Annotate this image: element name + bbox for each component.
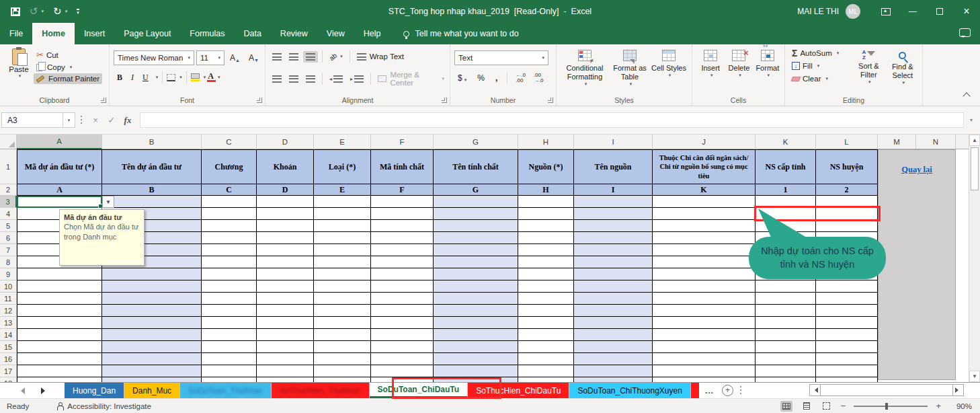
cell-I7[interactable] [574,244,653,256]
cell-I3[interactable] [574,196,653,208]
cell-D2[interactable]: D [257,184,314,196]
cell-I13[interactable] [574,317,653,329]
column-header-k[interactable]: K [756,135,816,149]
cell-E5[interactable] [314,220,371,232]
tabbar-splitter[interactable] [740,386,741,396]
row-header-1[interactable]: 1 [0,149,17,184]
cancel-entry-icon[interactable]: × [87,115,104,125]
column-header-f[interactable]: F [371,135,434,149]
cell-H11[interactable] [518,293,574,305]
ribbon-tab-insert[interactable]: Insert [75,23,114,44]
cell-B16[interactable] [102,353,202,365]
align-left-button[interactable] [270,73,284,85]
cell-F14[interactable] [371,329,434,341]
cell-K13[interactable] [756,317,816,329]
back-link[interactable]: Quay lại [879,165,955,175]
cell-H6[interactable] [518,232,574,244]
cell-A10[interactable] [17,280,102,293]
delete-cells-button[interactable]: Delete▾ [725,48,753,95]
cell-I1[interactable]: Tên nguồn [574,149,653,184]
cell-F3[interactable] [371,196,434,208]
cell-D4[interactable] [257,208,314,220]
cell-C16[interactable] [202,353,257,365]
cell-F1[interactable]: Mã tính chất [371,149,434,184]
row-header-3[interactable]: 3 [0,196,17,208]
cell-B2[interactable]: B [102,184,202,196]
cell-C7[interactable] [202,244,257,256]
cell-K2[interactable]: 1 [756,184,816,196]
cell-F13[interactable] [371,317,434,329]
cell-H14[interactable] [518,329,574,341]
font-dialog-launcher-icon[interactable] [257,98,262,103]
cell-L5[interactable] [816,220,878,232]
cell-H9[interactable] [518,268,574,280]
cell-A17[interactable] [17,365,102,377]
cell-B12[interactable] [102,305,202,317]
cell-C15[interactable] [202,341,257,353]
cell-C3[interactable] [202,196,257,208]
name-box[interactable]: A3 [1,112,63,128]
cell-D8[interactable] [257,256,314,268]
comments-icon[interactable] [959,28,971,37]
cut-button[interactable]: ✂Cut [34,48,102,61]
sheet-tab-huong-dan[interactable]: Huong_Dan [65,383,124,398]
cell-H2[interactable]: H [518,184,574,196]
cell-A14[interactable] [17,329,102,341]
cell-B11[interactable] [102,293,202,305]
cell-J3[interactable] [653,196,756,208]
middle-align-button[interactable] [286,51,301,63]
cell-C14[interactable] [202,329,257,341]
cell-E4[interactable] [314,208,371,220]
cell-I17[interactable] [574,365,653,377]
paste-button[interactable]: Paste ▾ [4,47,34,96]
ribbon-tab-review[interactable]: Review [271,23,317,44]
page-layout-view-button[interactable] [801,401,813,412]
cell-D10[interactable] [257,280,314,293]
cell-D6[interactable] [257,232,314,244]
cell-J1[interactable]: Thuộc Chi cân đối ngân sách/ Chi từ nguồ… [653,149,756,184]
cell-E1[interactable]: Loại (*) [314,149,371,184]
shrink-font-button[interactable]: A▼ [245,52,262,63]
cell-G10[interactable] [434,280,518,293]
zoom-level[interactable]: 90% [949,402,972,410]
increase-decimal-button[interactable]: ←.0.00 [514,71,528,85]
cell-D1[interactable]: Khoản [257,149,314,184]
cell-I15[interactable] [574,341,653,353]
cell-H5[interactable] [518,220,574,232]
cell-E10[interactable] [314,280,371,293]
cell-B17[interactable] [102,365,202,377]
cell-C17[interactable] [202,365,257,377]
merge-center-button[interactable]: Merge & Center▾ [375,69,447,89]
cell-J13[interactable] [653,317,756,329]
redo-caret-icon[interactable]: ▾ [65,9,68,14]
cell-G11[interactable] [434,293,518,305]
cell-B9[interactable] [102,268,202,280]
cell-J6[interactable] [653,232,756,244]
cell-K12[interactable] [756,305,816,317]
cell-A16[interactable] [17,353,102,365]
cell-H7[interactable] [518,244,574,256]
column-header-e[interactable]: E [314,135,371,149]
row-header-16[interactable]: 16 [0,353,17,365]
cell-E14[interactable] [314,329,371,341]
cell-J4[interactable] [653,208,756,220]
format-painter-button[interactable]: Format Painter [34,73,102,84]
data-validation-dropdown-button[interactable]: ▼ [102,196,114,208]
cell-F2[interactable]: F [371,184,434,196]
cell-D9[interactable] [257,268,314,280]
cell-L17[interactable] [816,365,878,377]
cell-F6[interactable] [371,232,434,244]
cell-L11[interactable] [816,293,878,305]
scroll-down-icon[interactable]: ▼ [969,371,980,382]
cell-F16[interactable] [371,353,434,365]
cell-K15[interactable] [756,341,816,353]
row-header-4[interactable]: 4 [0,208,17,220]
column-header-j[interactable]: J [653,135,756,149]
align-center-button[interactable] [286,73,301,85]
top-align-button[interactable] [270,51,284,63]
row-header-12[interactable]: 12 [0,305,17,317]
cell-H4[interactable] [518,208,574,220]
cell-A1[interactable]: Mã dự án đầu tư (*) [17,149,102,184]
cell-D18[interactable] [257,377,314,382]
expand-formula-bar-icon[interactable]: ▾ [964,117,979,123]
